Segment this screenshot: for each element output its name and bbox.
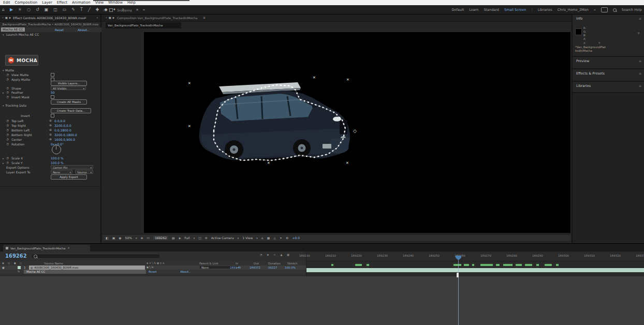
effect-about-link[interactable]: About.. — [180, 270, 191, 273]
effects-presets-panel-bar[interactable]: Effects & Presets ≡ — [573, 68, 644, 80]
panel-menu-icon[interactable]: ≡ — [203, 16, 206, 19]
mask-toggle-icon[interactable]: ▣ — [112, 237, 115, 240]
visible-layers-button[interactable]: Visible Layers... — [51, 81, 87, 86]
stopwatch-icon[interactable]: ◔ — [6, 133, 9, 136]
draft-3d-icon[interactable]: ◈ — [267, 254, 269, 256]
preview-panel-bar[interactable]: Preview ≡ — [573, 56, 644, 67]
track-corner-marker[interactable]: ✕ — [346, 78, 349, 82]
workspace-learn[interactable]: Learn — [469, 8, 478, 12]
effect-reset-link[interactable]: Reset — [149, 270, 156, 273]
stopwatch-icon[interactable]: ◔ — [6, 161, 9, 164]
camera-dropdown[interactable]: Active Camera — [211, 236, 234, 240]
show-snapshot-icon[interactable]: ◈ — [179, 237, 181, 240]
settings-gear-icon[interactable]: ⚙ — [286, 237, 288, 240]
layer-out-value[interactable]: 169372 — [250, 266, 260, 269]
effect-controls-tab[interactable]: Effect Controls A00BC006_160430_B0WR.mov — [13, 16, 85, 20]
playhead-handle[interactable] — [457, 273, 459, 277]
snapshot-icon[interactable]: ▤ — [172, 237, 175, 240]
launch-mocha-button[interactable]: M MOCHA — [5, 55, 38, 66]
menu-animation[interactable]: Animation — [72, 1, 91, 5]
playhead-line[interactable] — [458, 260, 459, 325]
panel-overflow-icon[interactable]: » — [96, 16, 98, 19]
crosshair-icon[interactable]: ⊕ — [49, 123, 52, 127]
layer-duration-value[interactable]: 00227 — [268, 266, 277, 269]
export-options-dropdown[interactable]: Corner Pin — [51, 165, 93, 169]
invert-mask-checkbox[interactable] — [51, 95, 54, 99]
scale-y-twirl[interactable]: ▸ — [3, 161, 4, 165]
create-ae-masks-button[interactable]: Create AE Masks — [51, 99, 87, 105]
rotation-tool-icon[interactable]: ↺ — [36, 8, 39, 12]
top-right-value[interactable]: 3200.0,0.0 — [54, 124, 71, 127]
frame-blending-icon[interactable]: ≈ — [273, 254, 275, 256]
hand-tool-icon[interactable]: ✳ — [18, 8, 22, 12]
mini-flowchart-icon[interactable]: ◬ — [273, 237, 276, 240]
stopwatch-icon[interactable]: ◔ — [6, 138, 9, 141]
stopwatch-icon[interactable]: ◔ — [6, 142, 9, 145]
stopwatch-icon[interactable]: ◔ — [6, 86, 9, 90]
bottom-left-value[interactable]: 0.0,1800.0 — [54, 128, 71, 132]
workspace-small-screen[interactable]: Small Screen — [504, 8, 526, 12]
workspace-custom[interactable]: Chris_Home_2Mon — [558, 8, 589, 12]
search-help-label[interactable]: Search Help — [622, 8, 642, 12]
composition-panel-title[interactable]: Composition Van_BackgroundPlate_TrackedI… — [117, 16, 197, 20]
panel-menu-icon[interactable]: ≡ — [639, 84, 641, 87]
layer-color-label[interactable] — [18, 266, 21, 269]
share-view-icon[interactable]: ⌂ — [261, 237, 264, 240]
channels-icon[interactable]: ◉ — [119, 237, 121, 240]
apply-export-button[interactable]: Apply Export — [51, 174, 87, 180]
parent-link-column[interactable]: Parent & Link — [199, 262, 218, 265]
viewer-timecode[interactable]: 169262 — [153, 236, 168, 240]
close-icon[interactable]: ✕ — [67, 247, 69, 249]
crosshair-icon[interactable]: ⊕ — [49, 119, 52, 122]
snapping-checkbox[interactable] — [109, 8, 113, 12]
menu-help[interactable]: Help — [127, 1, 136, 5]
mask-shape-tool-icon[interactable]: ▭ — [63, 8, 67, 12]
menu-layer[interactable]: Layer — [42, 1, 52, 5]
workspace-libraries[interactable]: Libraries — [538, 8, 552, 12]
tracking-twirl[interactable]: ▾ — [3, 104, 4, 107]
stopwatch-icon[interactable]: ◔ — [6, 156, 9, 159]
panel-menu-icon[interactable]: ≡ — [84, 16, 86, 19]
current-frame-field[interactable]: 169262 — [5, 253, 27, 259]
workspace-default[interactable]: Default — [451, 8, 464, 12]
source-name-column[interactable]: Source Name — [44, 262, 63, 265]
eye-icon[interactable]: ◉ — [2, 266, 5, 269]
stopwatch-icon[interactable]: ◔ — [6, 128, 9, 131]
view-matte-checkbox[interactable] — [51, 73, 54, 77]
layer-switches-icons[interactable]: ◉ ╲ fx — [147, 266, 154, 269]
stopwatch-icon[interactable]: ◔ — [6, 78, 9, 81]
magnification-dropdown[interactable]: 50% — [125, 236, 132, 240]
scale-x-twirl[interactable]: ▸ — [3, 157, 4, 160]
layer-duration-bar[interactable] — [306, 268, 644, 272]
layer-stretch-value[interactable]: 100.0% — [285, 266, 296, 269]
camera-tool-icon[interactable]: ▣ — [45, 8, 49, 12]
roi-icon[interactable]: ⊕ — [140, 237, 143, 240]
fast-previews-icon[interactable]: ⊘ — [205, 237, 208, 240]
stopwatch-icon[interactable]: ◔ — [6, 73, 9, 76]
create-track-data-button[interactable]: Create Track Data... — [51, 108, 91, 113]
crosshair-icon[interactable]: ⊕ — [49, 128, 52, 131]
stopwatch-icon[interactable]: ◔ — [6, 124, 9, 127]
search-icon[interactable] — [613, 8, 617, 12]
layer-name-cell[interactable]: ▤ A00BC006_160430_B0WR.mov — [29, 265, 145, 270]
stopwatch-icon[interactable]: ◔ — [6, 119, 9, 122]
layer-export-dropdown[interactable]: None — [51, 170, 72, 174]
home-icon[interactable]: ⌂ — [2, 8, 5, 12]
layer-row[interactable]: ◉ 1 ▤ A00BC006_160430_B0WR.mov ◉ ╲ fx No… — [0, 265, 306, 270]
stopwatch-icon[interactable]: ◔ — [6, 91, 9, 94]
layer-in-value[interactable]: 169146 — [230, 266, 241, 269]
menu-view[interactable]: View — [95, 1, 104, 5]
effect-about-link[interactable]: About.. — [78, 28, 89, 32]
feather-value[interactable]: 50 — [51, 91, 55, 94]
effect-row[interactable]: fx Mocha AE CC Reset About.. — [0, 270, 306, 274]
draft-3d-icon[interactable]: ✦ — [280, 237, 282, 240]
track-corner-marker[interactable]: ✕ — [346, 161, 349, 165]
grid-icon[interactable]: ▦ — [267, 237, 270, 240]
pen-tool-icon[interactable]: ✎ — [71, 8, 75, 12]
track-corner-marker[interactable]: ✕ — [188, 82, 191, 85]
shape-dropdown[interactable]: All Visible — [51, 86, 86, 90]
track-corner-marker[interactable]: ✕ — [188, 125, 191, 128]
center-value[interactable]: 1600.0,900.0 — [54, 138, 75, 141]
crosshair-icon[interactable]: ⊕ — [49, 132, 52, 136]
feather-twirl[interactable]: ▸ — [3, 91, 4, 94]
